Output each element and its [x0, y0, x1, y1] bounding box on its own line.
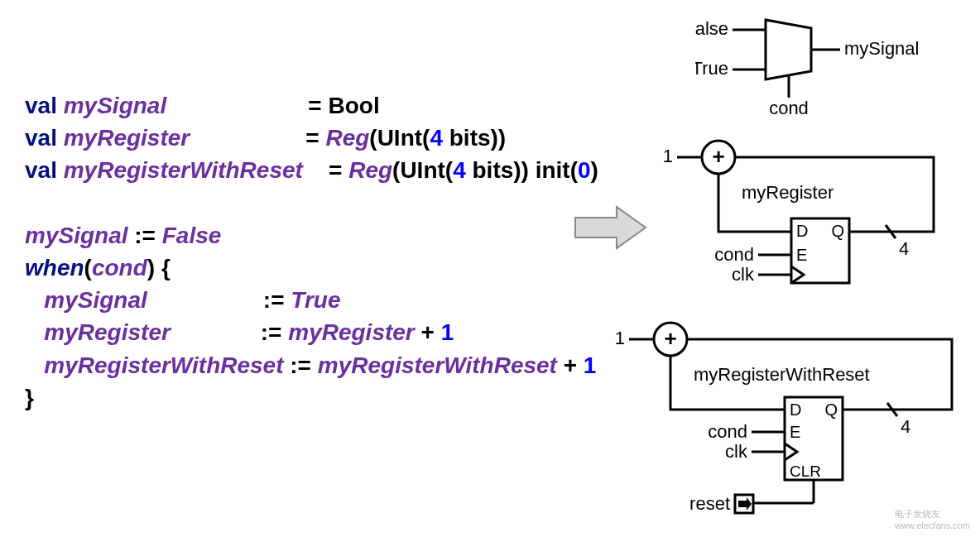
port-e: E	[790, 423, 800, 441]
signal-cond: cond	[708, 421, 747, 442]
svg-marker-0	[575, 207, 646, 248]
mux-select: cond	[769, 98, 809, 117]
port-d: D	[790, 400, 801, 419]
port-d: D	[796, 222, 808, 240]
number-1: 1	[441, 319, 454, 345]
assign-op: :=	[261, 319, 282, 345]
signal-reset: reset	[689, 493, 730, 514]
code-line-3: val myRegisterWithReset = Reg(UInt(4 bit…	[25, 154, 598, 186]
call-reg: Reg	[325, 125, 369, 151]
number-0: 0	[578, 157, 591, 183]
code-block: val mySignal = Bool val myRegister = Reg…	[25, 89, 598, 414]
equals: =	[308, 93, 321, 118]
mux-input-false: False	[695, 18, 728, 39]
code-line-10: }	[25, 381, 598, 414]
identifier-myregisterwithreset: myRegisterWithReset	[44, 352, 283, 378]
plus: +	[421, 319, 435, 345]
code-line-5: mySignal := False	[25, 219, 598, 252]
port-e: E	[796, 246, 807, 264]
port-clr: CLR	[790, 463, 821, 480]
watermark: 电子发烧友 www.elecfans.com	[895, 508, 970, 530]
paren: )	[591, 157, 598, 183]
code-line-1: val mySignal = Bool	[25, 89, 598, 122]
literal-false: False	[162, 223, 222, 248]
identifier-myregisterwithreset: myRegisterWithReset	[64, 157, 303, 183]
watermark-title: 电子发烧友	[895, 508, 970, 520]
bus-width: 4	[899, 238, 909, 259]
identifier-mysignal: mySignal	[44, 287, 147, 313]
adder-plus-icon: +	[712, 144, 724, 169]
code-line-9: myRegisterWithReset := myRegisterWithRes…	[25, 349, 598, 381]
literal-true: True	[291, 287, 340, 313]
paren: bits)) init(	[466, 157, 578, 183]
register-reset-label: myRegisterWithReset	[694, 364, 870, 385]
code-line-2: val myRegister = Reg(UInt(4 bits))	[25, 122, 598, 154]
close-brace: }	[25, 385, 34, 410]
diagram-register: + 1 myRegister D Q E cond clk 4	[652, 132, 967, 294]
assign-op: :=	[290, 352, 311, 378]
paren: (	[84, 255, 92, 280]
identifier-mysignal: mySignal	[64, 93, 166, 118]
port-q: Q	[824, 400, 838, 419]
keyword-when: when	[25, 255, 84, 280]
type-bool: Bool	[329, 93, 380, 118]
keyword-val: val	[25, 93, 57, 118]
call-reg: Reg	[348, 157, 392, 183]
code-blank	[25, 187, 598, 219]
bus-width: 4	[901, 416, 910, 437]
adder-input-one: 1	[663, 146, 673, 166]
keyword-val: val	[25, 125, 57, 151]
code-line-7: mySignal := True	[25, 284, 598, 316]
signal-clk: clk	[732, 264, 755, 285]
identifier-mysignal: mySignal	[25, 223, 127, 248]
identifier-myregister: myRegister	[64, 125, 190, 151]
port-q: Q	[831, 222, 844, 240]
rhs-myregister: myRegister	[288, 319, 415, 345]
watermark-url: www.elecfans.com	[895, 520, 970, 530]
diagram-mux: False True mySignal cond	[695, 5, 968, 117]
number-4: 4	[453, 157, 466, 183]
signal-cond: cond	[714, 244, 754, 265]
mux-output: mySignal	[844, 38, 919, 59]
adder-input-one: 1	[615, 328, 625, 348]
code-line-8: myRegister := myRegister + 1	[25, 316, 598, 348]
plus: +	[564, 352, 577, 378]
equals: =	[305, 125, 319, 151]
diagram-register-reset: + 1 myRegisterWithReset D Q E CLR cond c…	[604, 314, 977, 530]
mux-input-true: True	[695, 58, 728, 79]
keyword-val: val	[25, 157, 57, 183]
number-1: 1	[584, 352, 597, 378]
identifier-cond: cond	[92, 255, 147, 280]
paren: (UInt(	[392, 157, 453, 183]
paren: ) {	[147, 255, 171, 280]
code-line-6: when(cond) {	[25, 252, 598, 284]
rhs-myregisterwithreset: myRegisterWithReset	[318, 352, 557, 378]
assign-op: :=	[134, 223, 156, 248]
assign-op: :=	[263, 287, 285, 313]
identifier-myregister: myRegister	[44, 319, 171, 345]
equals: =	[329, 157, 342, 183]
register-label: myRegister	[742, 182, 833, 203]
number-4: 4	[430, 125, 443, 151]
adder-plus-icon: +	[664, 326, 676, 351]
paren: bits))	[443, 125, 506, 151]
paren: (UInt(	[369, 125, 430, 151]
arrow-icon	[571, 203, 650, 252]
signal-clk: clk	[725, 441, 748, 462]
